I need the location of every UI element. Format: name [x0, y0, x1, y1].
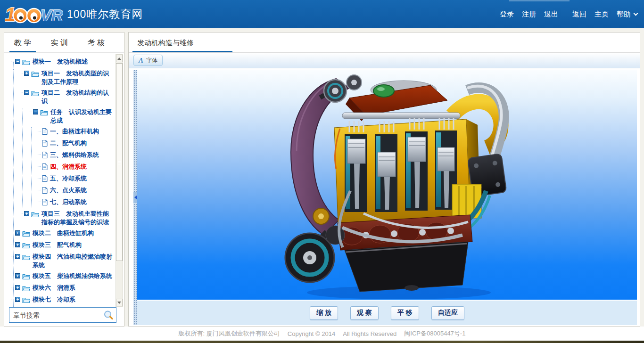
logo-100vr[interactable]: 1 VR	[5, 3, 63, 27]
folder-icon	[22, 285, 30, 293]
tree-node[interactable]: 模块五 柴油机燃油供给系统	[11, 272, 114, 281]
page: 1 VR 100唯尔教育网 登录注册退出返回主页帮助 教 学实 训考 核 模块一…	[0, 0, 644, 343]
bottom-decor-strip	[0, 341, 644, 343]
tree-node-label[interactable]: 七、启动系统	[50, 198, 87, 206]
tree-connector	[20, 73, 23, 74]
tree-node-label[interactable]: 模块四 汽油机电控燃油喷射系统	[33, 253, 114, 270]
chevron-down-icon	[634, 11, 638, 16]
tree-node-label[interactable]: 五、冷却系统	[50, 174, 87, 183]
chapter-search	[9, 307, 116, 323]
tree-node-label[interactable]: 项目二 发动机结构的认识	[41, 89, 114, 106]
logo-icon: 1 VR	[5, 3, 63, 25]
tree-node[interactable]: 项目二 发动机结构的认识	[20, 89, 114, 106]
viewer-button-bar: 缩 放观 察平 移自适应	[137, 301, 637, 325]
expand-icon[interactable]	[15, 230, 20, 236]
tree-scrollbar[interactable]	[116, 54, 123, 307]
viewer-toolbar: A 字体	[129, 53, 640, 68]
tree-node-label[interactable]: 项目一 发动机类型的识别及工作原理	[41, 69, 114, 86]
expand-icon[interactable]	[24, 71, 29, 76]
nav-link-返回[interactable]: 返回	[572, 10, 586, 19]
tree-node[interactable]: 模块七 冷却系	[11, 295, 114, 305]
viewer-button-观察[interactable]: 观 察	[350, 306, 379, 320]
viewer-button-自适应[interactable]: 自适应	[431, 306, 464, 320]
folder-icon	[40, 109, 48, 117]
collapse-icon[interactable]	[15, 59, 20, 64]
folder-icon	[22, 296, 30, 305]
tree-connector	[38, 178, 41, 179]
nav-link-帮助[interactable]: 帮助	[617, 10, 637, 19]
expand-icon[interactable]	[15, 273, 20, 278]
expand-icon[interactable]	[15, 285, 20, 290]
tree-node-label[interactable]: 模块七 冷却系	[33, 295, 75, 304]
footer-text: 闽ICP备08005447号-1	[404, 329, 465, 338]
tree-connector	[38, 190, 41, 190]
tree-node-label[interactable]: 三、燃料供给系统	[50, 151, 99, 159]
tree-node-label[interactable]: 任务 认识发动机主要总成	[50, 108, 114, 125]
tree-node-label[interactable]: 模块一 发动机概述	[33, 57, 88, 66]
tree-node[interactable]: 一、曲柄连杆机构	[38, 127, 114, 137]
tree-node-label[interactable]: 二、配气机构	[50, 139, 87, 147]
search-input[interactable]	[9, 311, 103, 319]
tree-node-label[interactable]: 模块六 润滑系	[33, 284, 75, 292]
document-icon	[42, 152, 48, 160]
tree-node-label[interactable]: 一、曲柄连杆机构	[50, 127, 99, 136]
panel-splitter[interactable]	[133, 70, 137, 325]
tree-node-label[interactable]: 模块三 配气机构	[33, 241, 82, 249]
folder-icon	[31, 90, 39, 98]
tree-connector	[29, 112, 32, 112]
sidebar-tab-教学[interactable]: 教 学	[4, 33, 41, 52]
tree-node[interactable]: 模块二 曲柄连缸机构	[11, 229, 114, 238]
tree-node[interactable]: 四、润滑系统	[38, 163, 114, 172]
tree-node[interactable]: 六、点火系统	[38, 186, 114, 196]
scroll-up-button[interactable]	[116, 55, 123, 62]
tree-node[interactable]: 模块六 润滑系	[11, 284, 114, 293]
tree-connector	[38, 131, 41, 131]
nav-link-主页[interactable]: 主页	[594, 10, 609, 19]
tab-engine-course[interactable]: 发动机构造与维修	[137, 33, 194, 53]
viewer-button-平移[interactable]: 平 移	[391, 306, 419, 320]
tree-node-label[interactable]: 模块五 柴油机燃油供给系统	[33, 272, 112, 280]
tree-node-label[interactable]: 四、润滑系统	[50, 163, 87, 171]
splitter-collapse-handle[interactable]	[133, 192, 137, 203]
collapse-icon[interactable]	[33, 109, 38, 114]
document-icon	[42, 199, 48, 207]
tree-node[interactable]: 项目一 发动机类型的识别及工作原理	[20, 69, 114, 86]
tree-node[interactable]: 项目三 发动机主要性能指标的掌握及编号的识读	[20, 210, 114, 227]
tree-node[interactable]: 模块一 发动机概述	[11, 57, 114, 67]
engine-3d-viewport[interactable]	[137, 70, 637, 300]
tree-node[interactable]: 模块四 汽油机电控燃油喷射系统	[11, 253, 114, 270]
tree-connector	[11, 245, 14, 245]
nav-link-登录[interactable]: 登录	[500, 10, 514, 19]
tree-node[interactable]: 五、冷却系统	[38, 174, 114, 184]
tree-node[interactable]: 七、启动系统	[38, 198, 114, 207]
nav-link-退出[interactable]: 退出	[544, 10, 558, 19]
expand-icon[interactable]	[15, 242, 20, 247]
expand-icon[interactable]	[15, 254, 20, 259]
expand-icon[interactable]	[24, 211, 29, 216]
tree-node[interactable]: 三、燃料供给系统	[38, 151, 114, 160]
thumb-grip-icon	[118, 160, 121, 165]
tree-node-label[interactable]: 模块二 曲柄连缸机构	[33, 229, 94, 237]
scrollbar-thumb[interactable]	[116, 63, 123, 261]
tree-node-label[interactable]: 六、点火系统	[50, 186, 87, 195]
chapter-tree: 模块一 发动机概述项目一 发动机类型的识别及工作原理项目二 发动机结构的认识任务…	[8, 55, 114, 307]
document-icon	[42, 140, 48, 148]
viewer-button-缩放[interactable]: 缩 放	[310, 306, 338, 320]
tree-connector	[11, 287, 14, 288]
scroll-down-button[interactable]	[116, 299, 123, 306]
tree-node[interactable]: 模块三 配气机构	[11, 241, 114, 250]
tree-node[interactable]: 二、配气机构	[38, 139, 114, 148]
tree-node-label[interactable]: 项目三 发动机主要性能指标的掌握及编号的识读	[41, 210, 114, 227]
footer: 版权所有: 厦门凤凰创壹软件有限公司Copyright © 2014All Ri…	[0, 327, 644, 341]
tree-connector	[38, 202, 41, 202]
sidebar-tab-实训[interactable]: 实 训	[41, 33, 78, 52]
search-icon[interactable]	[103, 310, 114, 320]
tree-node[interactable]: 任务 认识发动机主要总成	[29, 108, 114, 125]
sidebar-tab-考核[interactable]: 考 核	[78, 33, 115, 52]
collapse-icon[interactable]	[24, 90, 29, 95]
viewer-content: 缩 放观 察平 移自适应	[133, 69, 637, 325]
main-tab-row: 发动机构造与维修	[129, 33, 640, 53]
expand-icon[interactable]	[15, 297, 20, 302]
nav-link-注册[interactable]: 注册	[522, 10, 536, 19]
font-button[interactable]: A 字体	[133, 55, 163, 66]
